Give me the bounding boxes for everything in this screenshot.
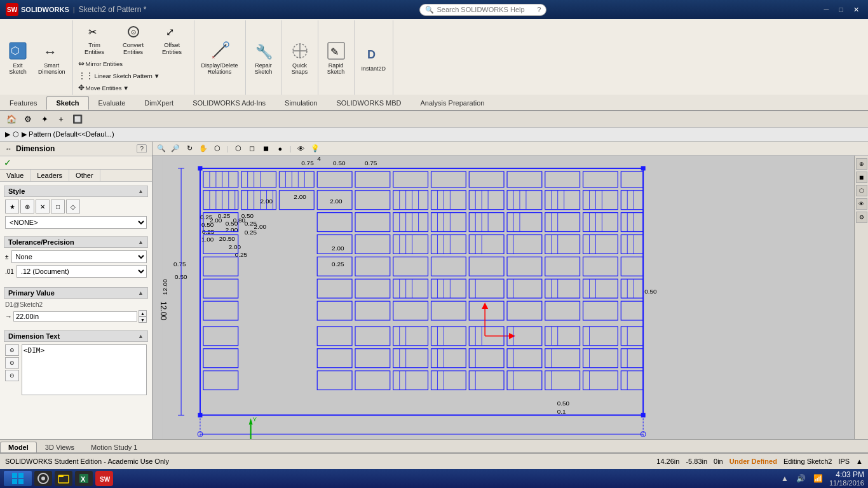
tolerance-dropdown[interactable]: None (11, 250, 147, 263)
smart-dimension-button[interactable]: ↔ SmartDimension (34, 37, 70, 78)
canvas-shading-icon[interactable]: ● (274, 142, 287, 155)
tree-properties-button[interactable]: ✦ (38, 113, 51, 126)
mirror-entities-button[interactable]: ⇔ Mirror Entities (76, 58, 191, 69)
maximize-button[interactable]: □ (835, 4, 847, 15)
trim-entities-button[interactable]: ✂ TrimEntities (76, 22, 114, 57)
tree-plus-button[interactable]: + (55, 113, 67, 126)
dim-text-icon-2[interactable]: ⊙ (5, 357, 19, 369)
titlebar-controls[interactable]: ─ □ ✕ (820, 4, 863, 15)
tab-motion-study[interactable]: Motion Study 1 (83, 442, 146, 452)
style-collapse-arrow[interactable]: ▲ (138, 188, 144, 194)
canvas-area[interactable]: 0.75 0.50 0.75 4 (153, 156, 868, 472)
move-entities-button[interactable]: ✥ Move Entities ▼ (76, 82, 191, 93)
tab-solidworks-mbd[interactable]: SOLIDWORKS MBD (327, 96, 410, 110)
primary-value-collapse-arrow[interactable]: ▲ (138, 290, 144, 296)
tab-model[interactable]: Model (0, 442, 37, 452)
units-arrow-icon[interactable]: ▲ (856, 458, 863, 465)
convert-entities-button[interactable]: ⊙ ConvertEntities (114, 22, 153, 57)
canvas-zoom-icon[interactable]: 🔎 (169, 142, 182, 155)
convert-entities-label: ConvertEntities (123, 41, 144, 55)
quick-snaps-button[interactable]: QuickSnaps (285, 37, 315, 78)
taskbar-solidworks-icon[interactable]: SW (95, 471, 113, 486)
style-icon-square[interactable]: □ (51, 200, 65, 214)
precision-dropdown[interactable]: .12 (Document) (17, 265, 147, 278)
canvas-view3-icon[interactable]: ◼ (260, 142, 273, 155)
tab-3d-views[interactable]: 3D Views (37, 442, 83, 452)
date-display: 11/18/2016 (829, 479, 864, 487)
panel-tab-value[interactable]: Value (0, 170, 31, 181)
dim-text-icon-1[interactable]: ⊙ (5, 344, 19, 356)
svg-text:2.00: 2.00 (330, 198, 342, 205)
linear-sketch-dropdown-icon[interactable]: ▼ (154, 72, 159, 79)
canvas-search-icon[interactable]: 🔍 (155, 142, 168, 155)
dim-text-textarea[interactable]: <DIM> (22, 344, 147, 395)
canvas-3d-icon[interactable]: ⬡ (211, 142, 224, 155)
right-tool-1[interactable]: ⊕ (856, 158, 867, 170)
right-tool-2[interactable]: ◼ (856, 172, 867, 183)
rapid-sketch-button[interactable]: ✎ RapidSketch (321, 37, 351, 78)
tree-config-button[interactable]: ⚙ (22, 113, 34, 126)
start-button[interactable] (4, 471, 32, 486)
canvas-display2-icon[interactable]: 💡 (309, 142, 322, 155)
panel-tab-leaders[interactable]: Leaders (31, 170, 69, 181)
tab-evaluate[interactable]: Evaluate (89, 96, 135, 110)
style-icon-star[interactable]: ★ (5, 200, 19, 214)
panel-check-icon[interactable]: ✓ (4, 158, 11, 168)
search-bar[interactable]: 🔍 ▼ ? (419, 4, 546, 16)
offset-entities-button[interactable]: ⤢ OffsetEntities (153, 22, 191, 57)
offset-entities-icon: ⤢ (164, 24, 180, 40)
tab-features[interactable]: Features (0, 96, 46, 110)
repair-sketch-button[interactable]: 🔧 RepairSketch (248, 37, 279, 78)
style-section-header[interactable]: Style ▲ (4, 186, 148, 197)
tab-simulation[interactable]: Simulation (275, 96, 327, 110)
style-dropdown[interactable]: <NONE> (5, 216, 147, 229)
close-button[interactable]: ✕ (850, 4, 863, 15)
minimize-button[interactable]: ─ (820, 4, 833, 15)
right-tool-3[interactable]: ⬡ (856, 185, 867, 196)
tolerance-section-header[interactable]: Tolerance/Precision ▲ (4, 236, 148, 248)
style-icon-diamond[interactable]: ◇ (66, 200, 80, 214)
instant2d-button[interactable]: D Instant2D (357, 41, 391, 75)
value-spinner-up[interactable]: ▲ (139, 310, 147, 316)
right-tool-5[interactable]: ⚙ (856, 212, 867, 223)
canvas-rotate-icon[interactable]: ↻ (183, 142, 196, 155)
tolerance-collapse-arrow[interactable]: ▲ (138, 239, 144, 245)
display-delete-relations-button[interactable]: × Display/DeleteRelations (197, 37, 243, 78)
tab-analysis-preparation[interactable]: Analysis Preparation (411, 96, 494, 110)
tray-network-icon[interactable]: 📶 (812, 474, 824, 483)
style-icon-add[interactable]: ⊕ (20, 200, 34, 214)
tree-home-button[interactable]: 🏠 (5, 113, 18, 126)
breadcrumb-arrow[interactable]: ▶ (5, 130, 10, 139)
help-question-icon[interactable]: ? (537, 6, 541, 13)
primary-value-section-header[interactable]: Primary Value ▲ (4, 287, 148, 299)
move-entities-dropdown-icon[interactable]: ▼ (123, 85, 129, 92)
tab-dimxpert[interactable]: DimXpert (135, 96, 183, 110)
dim-text-icon-3[interactable]: ⊙ (5, 370, 19, 381)
primary-value-input[interactable] (13, 311, 137, 322)
taskbar-explorer-icon[interactable] (55, 471, 72, 486)
exit-sketch-button[interactable]: ⬡ ExitSketch (3, 37, 33, 78)
dimension-text-collapse-arrow[interactable]: ▲ (138, 333, 144, 339)
style-icon-remove[interactable]: ✕ (36, 200, 50, 214)
right-tool-4[interactable]: 👁 (856, 198, 867, 210)
svg-text:2.00: 2.00 (294, 193, 306, 200)
linear-sketch-pattern-button[interactable]: ⋮⋮ Linear Sketch Pattern ▼ (76, 70, 191, 81)
dimension-text-section-header[interactable]: Dimension Text ▲ (4, 330, 148, 342)
tab-sketch[interactable]: Sketch (46, 96, 88, 110)
value-spinner-down[interactable]: ▼ (139, 316, 147, 323)
search-dropdown-icon[interactable]: ▼ (527, 6, 534, 13)
taskbar-excel-icon[interactable]: X (75, 471, 93, 486)
canvas-view2-icon[interactable]: ◻ (246, 142, 259, 155)
canvas-display1-icon[interactable]: 👁 (295, 142, 308, 155)
search-input[interactable] (437, 6, 525, 13)
svg-text:20.50: 20.50 (219, 235, 235, 242)
tab-solidworks-addins[interactable]: SOLIDWORKS Add-Ins (183, 96, 275, 110)
canvas-view1-icon[interactable]: ⬡ (232, 142, 245, 155)
tray-up-icon[interactable]: ▲ (780, 474, 790, 483)
taskbar-chrome-icon[interactable] (34, 471, 52, 486)
tray-volume-icon[interactable]: 🔊 (795, 474, 807, 483)
tree-display-button[interactable]: 🔲 (71, 113, 84, 126)
panel-tab-other[interactable]: Other (69, 170, 100, 181)
canvas-pan-icon[interactable]: ✋ (197, 142, 210, 155)
panel-help-button[interactable]: ? (137, 144, 147, 153)
